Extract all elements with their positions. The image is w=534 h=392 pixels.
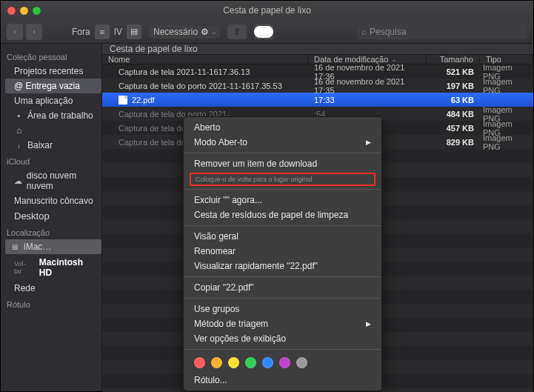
share-button[interactable]: ⇪ — [227, 24, 247, 39]
file-size: 829 KB — [427, 138, 480, 147]
search-icon: ⌕ — [361, 27, 367, 37]
menu-sort[interactable]: Método de triagem — [184, 316, 381, 331]
titlebar: Cesta de papel de lixo — [1, 1, 533, 20]
file-name: 22.pdf — [132, 96, 155, 104]
sidebar-item-desktop[interactable]: Desktop — [5, 208, 101, 224]
gear-icon: ⚙ — [201, 27, 209, 37]
cloud-icon: ☁ — [14, 176, 23, 186]
file-row[interactable]: Captura de tela do porto 2021-11-1617.35… — [102, 79, 533, 93]
sidebar-section-icloud: iCloud — [7, 157, 101, 166]
sidebar-item-this-mac[interactable]: 🖥 iMac… — [5, 239, 101, 254]
file-size: 197 KB — [427, 82, 480, 90]
file-size: 521 KB — [427, 67, 480, 76]
toolbar: ‹ › Fora ≡ IV ▤ Necessário ⚙ ⌵ ⇪ ⌕ Pesqu… — [1, 20, 533, 44]
file-date: 17:33 — [308, 96, 427, 104]
menu-delete-now[interactable]: Excluir "" agora... — [184, 193, 381, 207]
view-label-right: IV — [114, 27, 122, 37]
col-name[interactable]: Nome — [102, 55, 308, 64]
menu-empty-trash[interactable]: Cesta de resíduos de papel de limpeza — [184, 207, 381, 222]
menu-open[interactable]: Aberto — [184, 120, 381, 135]
sidebar-item-network[interactable]: Rede — [5, 281, 101, 296]
file-size: 457 KB — [427, 124, 480, 133]
window-title: Cesta de papel de lixo — [1, 5, 533, 16]
forward-button[interactable]: › — [26, 24, 42, 40]
sidebar-item-downloads[interactable]: ↓Baixar — [5, 138, 101, 153]
sidebar-item-icloud-drive[interactable]: ☁disco nuvem nuvem — [5, 168, 101, 193]
house-icon: ⌂ — [14, 125, 24, 136]
col-size[interactable]: Tamanho — [427, 55, 480, 64]
file-size: 63 KB — [427, 96, 480, 104]
menu-copy[interactable]: Copiar "22.pdf" — [184, 280, 381, 295]
sidebar-item-app[interactable]: Uma aplicação — [5, 93, 101, 108]
tag-green[interactable] — [245, 357, 256, 368]
view-mode-group: Fora ≡ IV ▤ — [72, 24, 141, 39]
sidebar-item-documents[interactable]: Manuscrito côncavo — [5, 193, 101, 208]
menu-label[interactable]: Rótulo... — [184, 373, 381, 388]
tag-orange[interactable] — [211, 357, 222, 368]
share-icon: ⇪ — [233, 27, 241, 37]
chevron-left-icon: ‹ — [14, 28, 16, 36]
search-placeholder: Pesquisa — [370, 27, 406, 37]
menu-show-view-opts[interactable]: Ver opções de exibição — [184, 331, 381, 346]
tag-yellow[interactable] — [228, 357, 239, 368]
file-kind: Imagem PNG — [480, 77, 533, 95]
square-icon: ▪ — [14, 111, 24, 120]
sidebar-item-return[interactable]: Vol-tar Macintosh HD — [5, 254, 101, 281]
menu-tags — [184, 353, 381, 373]
context-menu: Aberto Modo Aber-to Remover um item de d… — [183, 116, 382, 391]
menu-remove-download[interactable]: Remover um item de download — [184, 156, 381, 171]
nav-group: ‹ › — [7, 24, 42, 40]
menu-open-with[interactable]: Modo Aber-to — [184, 135, 381, 150]
sidebar-section-collection: Coleção pessoal — [7, 53, 101, 62]
menu-overview[interactable]: Visão geral — [184, 229, 381, 244]
search-field[interactable]: ⌕ Pesquisa — [357, 24, 527, 39]
menu-use-groups[interactable]: Use grupos — [184, 302, 381, 316]
menu-quicklook[interactable]: Visualizar rapidamente "22.pdf" — [184, 259, 381, 273]
monitor-icon: 🖥 — [10, 242, 19, 251]
macintosh-hd-label: Macintosh HD — [36, 256, 99, 279]
path-bar: Cesta de papel de lixo — [102, 44, 533, 55]
file-kind: Imagem PNG — [480, 133, 533, 151]
sidebar-section-location: Localização — [7, 228, 101, 237]
sidebar-item-delivery[interactable]: @ Entrega vazia — [5, 79, 101, 93]
tag-purple[interactable] — [279, 357, 290, 368]
dropdown-label: Necessário — [153, 27, 198, 37]
tag-gray[interactable] — [296, 357, 307, 368]
file-name: Captura de tela do porto 2021-11-1617.35… — [119, 82, 282, 90]
pdf-file-icon — [119, 96, 127, 104]
file-date: 16 de novembro de 2021 17:35 — [308, 77, 427, 95]
sidebar-item-home[interactable]: ⌂ — [5, 123, 101, 138]
tag-icon — [254, 26, 273, 38]
sort-desc-icon: ⌄ — [391, 56, 397, 63]
download-icon: ↓ — [14, 142, 24, 150]
file-size: 484 KB — [427, 110, 480, 119]
columns-icon: ▤ — [130, 27, 138, 36]
view-column-button[interactable]: ▤ — [127, 24, 141, 39]
tag-blue[interactable] — [262, 357, 273, 368]
tag-red[interactable] — [194, 357, 205, 368]
sidebar: Coleção pessoal Projetos recentes @ Entr… — [1, 44, 102, 391]
list-icon: ≡ — [99, 27, 104, 36]
file-row[interactable]: 22.pdf17:3363 KB — [102, 93, 533, 107]
back-button[interactable]: ‹ — [7, 24, 23, 40]
menu-put-back-highlighted[interactable]: Coloque-o de volta para o lugar original — [190, 173, 376, 186]
view-list-button[interactable]: ≡ — [95, 24, 110, 39]
sidebar-item-recent[interactable]: Projetos recentes — [5, 64, 101, 79]
view-label-left: Fora — [72, 27, 90, 37]
sidebar-section-label: Rótulo — [7, 300, 101, 309]
tag-button[interactable] — [254, 24, 273, 39]
menu-rename[interactable]: Renomear — [184, 244, 381, 259]
sidebar-item-desktop-area[interactable]: ▪Área de trabalho — [5, 108, 101, 123]
group-dropdown[interactable]: Necessário ⚙ ⌵ — [149, 25, 220, 39]
chevron-down-icon: ⌵ — [212, 28, 216, 36]
chevron-right-icon: › — [33, 28, 36, 36]
file-name: Captura de tela 2021-11-1617.36.13 — [119, 67, 250, 76]
